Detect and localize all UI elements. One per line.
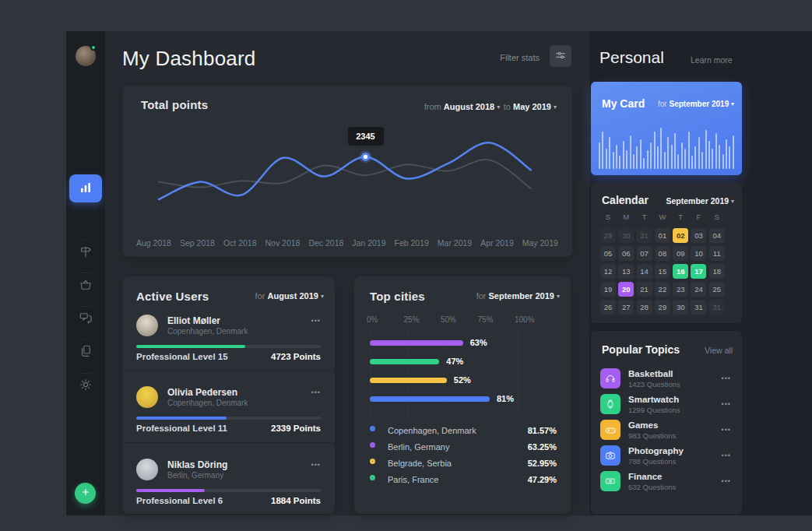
more-options-icon[interactable]: ••• xyxy=(722,452,731,459)
to-date-dropdown[interactable]: to May 2019 ▾ xyxy=(504,102,557,111)
calendar-day[interactable]: 03 xyxy=(691,228,706,243)
calendar-day[interactable]: 17 xyxy=(691,264,706,279)
list-item[interactable]: Photography 788 Questions ••• xyxy=(600,445,733,466)
row-divider xyxy=(122,442,335,443)
top-cities-period-dropdown[interactable]: for September 2019 ▾ xyxy=(476,291,560,301)
user-name: Niklas Döring xyxy=(167,459,227,470)
legend-dot xyxy=(370,426,375,431)
calendar-day[interactable]: 21 xyxy=(637,282,652,297)
legend-item: Paris, France 47.29% xyxy=(370,475,557,486)
view-all-link[interactable]: View all xyxy=(705,346,733,355)
mini-bar xyxy=(647,150,649,169)
legend-percent: 52.95% xyxy=(528,459,557,468)
mini-bar xyxy=(636,146,638,169)
calendar-day[interactable]: 16 xyxy=(673,264,688,279)
calendar-day[interactable]: 20 xyxy=(618,282,634,297)
list-item[interactable]: Basketball 1423 Questions ••• xyxy=(600,368,733,389)
mini-bar xyxy=(671,145,673,169)
calendar-day[interactable]: 29 xyxy=(655,300,670,315)
x-axis-label: Feb 2019 xyxy=(395,238,429,248)
calendar-day[interactable]: 12 xyxy=(600,264,616,279)
my-card-period-dropdown[interactable]: for September 2019 ▾ xyxy=(658,100,734,108)
calendar-day[interactable]: 30 xyxy=(618,228,634,243)
calendar-day[interactable]: 27 xyxy=(618,300,634,315)
calendar-day[interactable]: 14 xyxy=(637,264,652,279)
topic-name: Smartwatch xyxy=(628,395,679,404)
user-avatar[interactable] xyxy=(76,46,96,66)
calendar-day[interactable]: 25 xyxy=(709,282,725,297)
gamepad-icon xyxy=(600,420,620,440)
calendar-title: Calendar xyxy=(602,194,649,206)
calendar-day[interactable]: 09 xyxy=(673,246,688,261)
calendar-day[interactable]: 31 xyxy=(691,300,706,315)
mini-bar xyxy=(660,128,662,169)
calendar-day[interactable]: 23 xyxy=(673,282,688,297)
x-axis-label: Apr 2019 xyxy=(480,238,514,248)
list-item[interactable]: Games 983 Questions ••• xyxy=(600,420,733,440)
learn-more-link[interactable]: Learn more xyxy=(691,55,733,65)
top-cities-title: Top cities xyxy=(370,290,425,303)
calendar-period-dropdown[interactable]: September 2019 ▾ xyxy=(666,196,734,206)
calendar-day[interactable]: 26 xyxy=(600,300,616,315)
calendar-day[interactable]: 07 xyxy=(637,246,652,261)
more-options-icon[interactable]: ••• xyxy=(722,375,731,382)
filter-stats-button[interactable] xyxy=(550,45,571,67)
calendar-day[interactable]: 13 xyxy=(618,264,634,279)
mini-bar xyxy=(677,154,679,169)
calendar-day[interactable]: 08 xyxy=(655,246,670,261)
calendar-day[interactable]: 04 xyxy=(709,228,725,243)
calendar-weekday-row: SMTWTFS xyxy=(600,213,725,221)
calendar-day[interactable]: 19 xyxy=(600,282,616,297)
calendar-day[interactable]: 29 xyxy=(600,228,616,243)
topic-name: Finance xyxy=(628,472,662,481)
gridline xyxy=(518,326,518,417)
sidebar-item-stats[interactable] xyxy=(69,174,102,202)
add-button[interactable] xyxy=(75,483,96,504)
sidebar-item-shop[interactable] xyxy=(66,272,105,300)
calendar-day[interactable]: 30 xyxy=(673,300,688,315)
more-options-icon[interactable]: ••• xyxy=(722,400,731,408)
highlight-point xyxy=(364,155,367,159)
list-item[interactable]: Finance 632 Questions ••• xyxy=(600,471,733,491)
calendar-day[interactable]: 24 xyxy=(691,282,706,297)
user-level: Professional Level 11 xyxy=(136,424,227,433)
calendar-day[interactable]: 28 xyxy=(637,300,652,315)
calendar-day[interactable]: 10 xyxy=(691,246,706,261)
user-location: Copenhagen, Denmark xyxy=(167,399,248,407)
legend-item: Belgrade, Serbia 52.95% xyxy=(370,459,557,469)
sidebar-item-settings[interactable] xyxy=(66,371,105,399)
active-users-period-dropdown[interactable]: for August 2019 ▾ xyxy=(255,291,324,301)
user-row: Niklas Döring Berlin, Germany ••• Profes… xyxy=(136,455,321,515)
calendar-day[interactable]: 15 xyxy=(655,264,670,279)
sidebar-item-documents[interactable] xyxy=(66,338,105,366)
calendar-day[interactable]: 02 xyxy=(673,228,688,243)
legend-dot xyxy=(370,459,375,464)
sidebar-item-directions[interactable] xyxy=(66,238,105,266)
calendar-day[interactable]: 18 xyxy=(709,264,725,279)
calendar-day[interactable]: 05 xyxy=(600,246,616,261)
avatar xyxy=(136,315,158,336)
calendar-day[interactable]: 06 xyxy=(618,246,634,261)
more-options-icon[interactable]: ••• xyxy=(311,317,321,325)
more-options-icon[interactable]: ••• xyxy=(311,461,321,469)
sidebar-item-messages[interactable] xyxy=(66,304,105,332)
calendar-day[interactable]: 01 xyxy=(655,228,670,243)
mini-bar xyxy=(619,156,620,169)
list-item[interactable]: Smartwatch 1299 Questions ••• xyxy=(600,394,733,414)
chevron-down-icon: ▾ xyxy=(557,293,560,300)
signpost-icon xyxy=(79,244,93,261)
calendar-day[interactable]: 31 xyxy=(637,228,652,243)
from-date-dropdown[interactable]: from August 2018 ▾ xyxy=(424,102,501,111)
my-card[interactable]: My Card for September 2019 ▾ xyxy=(591,82,742,175)
calendar-day[interactable]: 31 xyxy=(709,300,725,315)
more-options-icon[interactable]: ••• xyxy=(311,389,321,396)
bar-value-label: 52% xyxy=(454,375,471,385)
mini-bar xyxy=(708,141,710,169)
calendar-day[interactable]: 22 xyxy=(655,282,670,297)
more-options-icon[interactable]: ••• xyxy=(722,426,731,434)
calendar-day[interactable]: 11 xyxy=(709,246,725,261)
legend-dot xyxy=(370,475,375,480)
more-options-icon[interactable]: ••• xyxy=(722,477,731,485)
gridline xyxy=(370,326,371,417)
gear-icon xyxy=(79,378,93,394)
